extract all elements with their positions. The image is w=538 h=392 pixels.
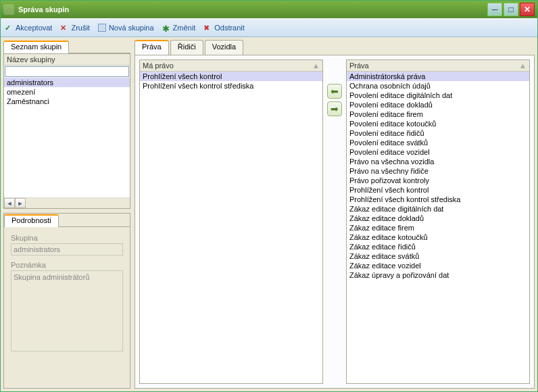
tab-group-list[interactable]: Seznam skupin (3, 41, 69, 53)
list-item[interactable]: Zaměstnanci (4, 97, 130, 106)
list-item[interactable]: Povolení editace digitálních dat (347, 91, 529, 100)
move-right-button[interactable]: ➡ (327, 101, 342, 116)
list-item[interactable]: Ochrana osobních údajů (347, 81, 529, 91)
list-item[interactable]: Povolení editace dokladů (347, 100, 529, 109)
list-item[interactable]: Zákaz editace kotoučků (347, 232, 529, 242)
list-item[interactable]: Prohlížení všech kontrol střediska (347, 195, 529, 204)
right-tabs: Práva Řidiči Vozidla (134, 40, 535, 55)
skupina-label: Skupina (11, 234, 123, 242)
transfer-buttons: ⬅ ➡ (326, 59, 343, 384)
group-filter-input[interactable] (5, 66, 129, 77)
list-item[interactable]: Povolení editace kotoučků (347, 119, 529, 128)
groups-panel: Seznam skupin Název skupiny administrato… (3, 40, 130, 209)
poznamka-label: Poznámka (11, 261, 123, 269)
list-item[interactable]: omezení (4, 87, 130, 97)
new-icon (98, 24, 106, 32)
list-item[interactable]: Zákaz editace digitálních dat (347, 204, 529, 214)
list-item[interactable]: Zákaz editace řidičů (347, 242, 529, 251)
left-pane: Seznam skupin Název skupiny administrato… (3, 40, 130, 389)
available-rights-list[interactable]: Práva▲ Administrátorská právaOchrana oso… (346, 59, 530, 384)
list-item[interactable]: Povolení editace řidičů (347, 128, 529, 138)
groups-header[interactable]: Název skupiny (4, 54, 130, 66)
scroll-right-icon[interactable]: ► (15, 198, 26, 208)
tab-vozidla[interactable]: Vozidla (205, 40, 243, 55)
right-pane: Práva Řidiči Vozidla Má právo▲ Prohlížen… (134, 40, 535, 389)
assigned-header[interactable]: Má právo▲ (140, 60, 322, 72)
list-item[interactable]: Prohlížení všech kontrol (347, 185, 529, 195)
list-item[interactable]: Zákaz editace svátků (347, 251, 529, 261)
scroll-left-icon[interactable]: ◄ (4, 198, 15, 208)
skupina-field: administrators (11, 243, 123, 255)
close-button[interactable]: ✕ (520, 3, 535, 16)
list-item[interactable]: Právo na všechna vozidla (347, 157, 529, 166)
x-icon: ✕ (60, 24, 68, 32)
maximize-button[interactable]: □ (504, 3, 518, 16)
edit-button[interactable]: ✱Změnit (162, 24, 196, 32)
titlebar[interactable]: Správa skupin ─ □ ✕ (1, 1, 537, 18)
new-group-button[interactable]: Nová skupina (98, 24, 154, 32)
list-item[interactable]: Povolení editace vozidel (347, 147, 529, 157)
details-panel: Podrobnosti Skupina administrators Pozná… (3, 213, 130, 389)
list-item[interactable]: Povolení editace svátků (347, 138, 529, 147)
list-item[interactable]: Zákaz editace dokladů (347, 214, 529, 223)
available-rows: Administrátorská právaOchrana osobních ú… (347, 72, 529, 383)
tab-ridici[interactable]: Řidiči (170, 40, 203, 55)
minimize-button[interactable]: ─ (487, 3, 502, 16)
list-item[interactable]: Zákaz editace firem (347, 223, 529, 232)
edit-icon: ✱ (162, 24, 170, 32)
window-title: Správa skupin (18, 5, 486, 14)
list-item[interactable]: Právo na všechny řidiče (347, 166, 529, 176)
list-item[interactable]: Zákaz úpravy a pořizování dat (347, 270, 529, 280)
rights-content: Má právo▲ Prohlížení všech kontrolProhlí… (134, 55, 535, 389)
toolbar: ✓Akceptovat ✕Zrušit Nová skupina ✱Změnit… (1, 18, 537, 37)
delete-button[interactable]: ✖Odstranit (203, 24, 245, 32)
available-header[interactable]: Práva▲ (347, 60, 529, 72)
check-icon: ✓ (5, 24, 13, 32)
list-item[interactable]: Zákaz editace vozidel (347, 261, 529, 270)
assigned-rows: Prohlížení všech kontrolProhlížení všech… (140, 72, 322, 383)
list-item[interactable]: Prohlížení všech kontrol (140, 72, 322, 81)
main-window: Správa skupin ─ □ ✕ ✓Akceptovat ✕Zrušit … (0, 0, 538, 392)
move-left-button[interactable]: ⬅ (327, 84, 342, 99)
poznamka-field: Skupina administrátorů (11, 270, 123, 351)
left-tabhead: Seznam skupin (3, 40, 130, 53)
list-item[interactable]: Administrátorská práva (347, 72, 529, 81)
assigned-rights-list[interactable]: Má právo▲ Prohlížení všech kontrolProhlí… (139, 59, 323, 384)
list-item[interactable]: Prohlížení všech kontrol střediska (140, 81, 322, 91)
client-area: Seznam skupin Název skupiny administrato… (1, 37, 537, 391)
groups-rows: administratorsomezeníZaměstnanci (4, 78, 130, 197)
accept-button[interactable]: ✓Akceptovat (5, 24, 52, 32)
tab-details[interactable]: Podrobnosti (4, 214, 59, 227)
sort-icon: ▲ (519, 62, 527, 70)
sort-icon: ▲ (312, 62, 320, 70)
list-item[interactable]: administrators (4, 78, 130, 87)
details-tabhead: Podrobnosti (4, 214, 130, 227)
details-body: Skupina administrators Poznámka Skupina … (4, 227, 130, 358)
list-item[interactable]: Povolení editace firem (347, 109, 529, 119)
app-icon (3, 4, 14, 15)
cancel-button[interactable]: ✕Zrušit (60, 24, 90, 32)
h-scrollbar[interactable]: ◄ ► (4, 197, 130, 208)
delete-icon: ✖ (203, 24, 212, 32)
list-item[interactable]: Právo pořizovat kontroly (347, 176, 529, 185)
groups-list[interactable]: Název skupiny administratorsomezeníZaměs… (3, 53, 130, 209)
tab-prava[interactable]: Práva (134, 40, 169, 55)
